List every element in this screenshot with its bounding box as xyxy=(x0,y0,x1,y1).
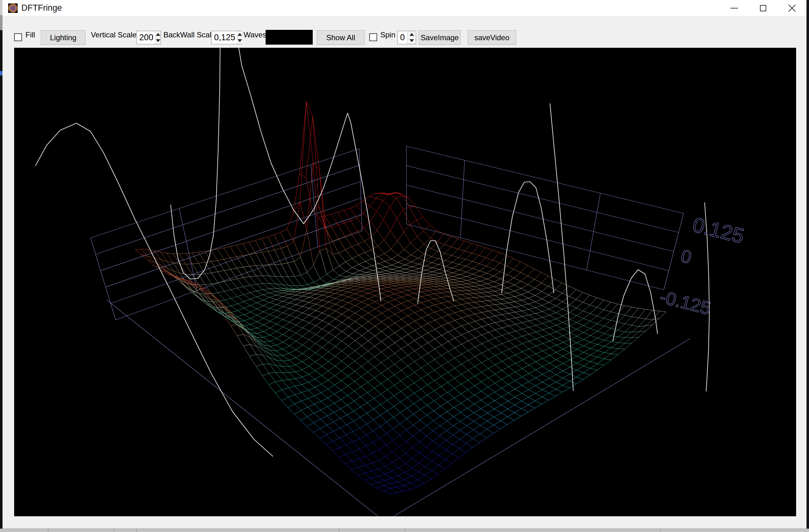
spin-count-spinbox[interactable]: 0 xyxy=(397,31,416,44)
taskbar-divider xyxy=(136,529,137,532)
taskbar-divider xyxy=(405,529,406,532)
close-icon xyxy=(788,4,796,12)
fill-label: Fill xyxy=(25,31,35,39)
toolbar: Fill Lighting Vertical Scale: 200 BackWa… xyxy=(2,17,807,48)
save-image-button[interactable]: SaveImage xyxy=(419,30,461,45)
vertical-scale-spinbox[interactable]: 200 xyxy=(136,31,161,44)
waves-label: Waves xyxy=(244,31,266,39)
save-video-button[interactable]: saveVideo xyxy=(468,30,516,45)
backwall-scale-label: BackWall Scale: xyxy=(163,31,218,39)
show-all-button[interactable]: Show All xyxy=(317,30,365,45)
spin-count-value: 0 xyxy=(398,31,407,44)
taskbar-divider xyxy=(660,529,661,532)
spin-down-icon[interactable] xyxy=(156,38,160,44)
lighting-button[interactable]: Lighting xyxy=(41,30,85,45)
spin-down-icon[interactable] xyxy=(408,38,416,44)
surface-plot-area[interactable] xyxy=(14,48,796,516)
title-bar[interactable]: DFTFringe xyxy=(2,0,807,16)
app-icon xyxy=(8,3,18,13)
app-window: DFTFringe Fill Lighting Vertical Scale: … xyxy=(2,0,807,529)
taskbar-sliver[interactable] xyxy=(0,529,809,532)
background-window-fragment xyxy=(0,15,2,30)
close-button[interactable] xyxy=(778,0,807,16)
background-window-sliver-right xyxy=(807,0,809,529)
spinner-arrows[interactable] xyxy=(407,31,416,44)
vertical-scale-value: 200 xyxy=(137,31,155,44)
minimize-button[interactable] xyxy=(720,0,748,16)
window-title: DFTFringe xyxy=(21,3,62,13)
background-window-fragment xyxy=(0,0,2,15)
spin-up-icon[interactable] xyxy=(238,31,242,38)
vertical-scale-label: Vertical Scale: xyxy=(91,31,139,39)
background-window-sliver-left xyxy=(0,0,2,529)
maximize-button[interactable] xyxy=(748,0,778,16)
spinner-arrows[interactable] xyxy=(237,31,242,44)
taskbar-divider xyxy=(339,529,340,532)
spin-label: Spin xyxy=(380,31,395,39)
spinner-arrows[interactable] xyxy=(155,31,160,44)
minimize-icon xyxy=(730,8,738,8)
spin-down-icon[interactable] xyxy=(238,38,242,44)
taskbar-divider xyxy=(48,529,48,532)
taskbar-divider xyxy=(114,529,115,532)
spin-up-icon[interactable] xyxy=(156,31,160,38)
backwall-scale-spinbox[interactable]: 0,125 xyxy=(211,31,242,44)
backwall-scale-value: 0,125 xyxy=(211,31,237,44)
fill-checkbox[interactable] xyxy=(14,33,22,41)
spin-up-icon[interactable] xyxy=(408,31,416,38)
surface-plot-canvas[interactable] xyxy=(14,48,796,516)
waves-color-swatch[interactable] xyxy=(265,30,313,45)
spin-checkbox[interactable] xyxy=(369,33,377,41)
background-window-fragment xyxy=(0,71,2,75)
screen: DFTFringe Fill Lighting Vertical Scale: … xyxy=(0,0,809,532)
maximize-icon xyxy=(760,5,766,11)
